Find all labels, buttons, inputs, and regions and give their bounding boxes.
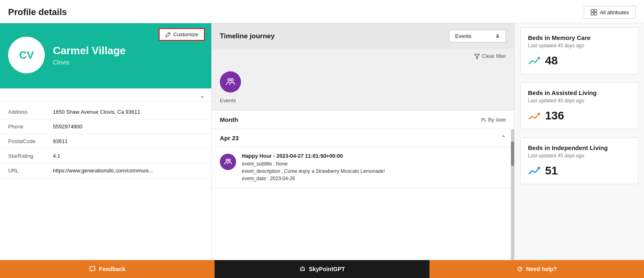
detail-row-address: Address 1650 Shaw Avenue Clovis, Ca 9361…	[0, 105, 211, 119]
svg-marker-4	[475, 54, 480, 59]
chat-icon	[89, 266, 96, 272]
date-header: Apr 23 ⌃	[212, 129, 514, 147]
month-label: Month	[220, 116, 238, 123]
metric-title-2: Beds in Assisted Living	[528, 89, 631, 96]
date-label: Apr 23	[220, 135, 239, 141]
scroll-thumb[interactable]	[511, 141, 514, 166]
clear-filter-button[interactable]: Clear filter	[474, 53, 506, 59]
detail-row-starrating: StarRating 4.1	[0, 149, 211, 163]
profile-location: Clovis	[53, 59, 126, 66]
value-address: 1650 Shaw Avenue Clovis, Ca 93611	[53, 109, 140, 115]
metric-value-1: 48	[545, 54, 558, 67]
sort-icon	[480, 117, 486, 123]
avatar: CV	[8, 37, 45, 73]
value-postalcode: 93611	[53, 138, 68, 144]
page-title: Profile details	[8, 7, 67, 18]
svg-point-11	[228, 159, 230, 161]
label-phone: Phone	[8, 124, 53, 130]
left-panel: CV Carmel Village Clovis Customize ⌄	[0, 23, 212, 278]
trend-up-orange-icon	[528, 109, 541, 122]
label-starrating: StarRating	[8, 153, 53, 159]
svg-point-5	[228, 79, 230, 81]
svg-point-10	[226, 159, 228, 161]
main-content: CV Carmel Village Clovis Customize ⌄	[0, 23, 644, 278]
event-date: event_date : 2023-04-26	[242, 175, 506, 182]
value-starrating: 4.1	[53, 153, 60, 159]
chevron-collapse-icon[interactable]: ⌃	[501, 134, 506, 142]
events-dropdown[interactable]: Events ⤋	[449, 30, 506, 42]
event-people-icon	[224, 158, 232, 166]
detail-list: Address 1650 Shaw Avenue Clovis, Ca 9361…	[0, 101, 211, 181]
pencil-icon	[165, 32, 171, 38]
metric-updated-3: Last updated 45 days ago	[528, 153, 631, 159]
metric-card-assisted-living: Beds in Assisted Living Last updated 45 …	[520, 82, 638, 129]
metric-value-row-2: 136	[528, 109, 631, 122]
collapse-row[interactable]: ⌄	[0, 88, 211, 101]
timeline-title: Timeline journey	[220, 32, 275, 40]
detail-row-url: URL https://www.generationsllc.com/commu…	[0, 163, 211, 178]
right-panel: Beds in Memory Care Last updated 45 days…	[515, 23, 644, 278]
page-container: Profile details All attributes CV Carmel…	[0, 0, 644, 278]
help-button[interactable]: Need help?	[429, 260, 644, 278]
event-detail: Happy Hour - 2023-04-27 11:01:50+00:00 e…	[242, 153, 506, 182]
label-address: Address	[8, 109, 53, 115]
feedback-button[interactable]: Feedback	[0, 260, 215, 278]
filter-icon	[474, 53, 480, 59]
events-label: Events	[220, 97, 236, 104]
event-subtitle: event_subtitle : None	[242, 160, 506, 168]
events-dropdown-value: Events	[455, 33, 471, 39]
events-icon-area: Events	[212, 63, 514, 110]
robot-icon	[299, 266, 306, 272]
profile-name: Carmel Village	[53, 44, 126, 57]
event-small-icon	[220, 154, 236, 170]
svg-point-13	[301, 269, 302, 270]
metric-updated-1: Last updated 45 days ago	[528, 43, 631, 49]
svg-rect-1	[594, 9, 597, 12]
label-url: URL	[8, 168, 53, 174]
metric-card-memory-care: Beds in Memory Care Last updated 45 days…	[520, 27, 638, 74]
timeline-header: Timeline journey Events ⤋	[212, 23, 514, 49]
metric-value-row-1: 48	[528, 54, 631, 67]
label-postalcode: PostalCode	[8, 138, 53, 144]
dropdown-chevron-icon: ⤋	[495, 33, 500, 39]
event-title: Happy Hour - 2023-04-27 11:01:50+00:00	[242, 153, 506, 159]
trend-up-blue-icon	[528, 164, 541, 177]
metric-card-independent-living: Beds in Independent Living Last updated …	[520, 137, 638, 184]
metric-value-row-3: 51	[528, 164, 631, 177]
chevron-down-icon[interactable]: ⌄	[199, 92, 205, 99]
metric-title-3: Beds in Independent Living	[528, 144, 631, 151]
metric-updated-2: Last updated 45 days ago	[528, 98, 631, 104]
svg-point-16	[302, 266, 303, 267]
page-header: Profile details All attributes	[0, 0, 644, 23]
value-url: https://www.generationsllc.com/communi..…	[53, 168, 153, 174]
svg-rect-2	[591, 13, 594, 15]
svg-point-6	[231, 79, 233, 81]
customize-button[interactable]: Customize	[159, 28, 205, 41]
filter-row: Clear filter	[212, 49, 514, 63]
profile-card: CV Carmel Village Clovis Customize	[0, 23, 211, 88]
detail-row-postalcode: PostalCode 93611	[0, 134, 211, 149]
all-attributes-button[interactable]: All attributes	[584, 6, 636, 19]
people-icon	[226, 77, 235, 87]
svg-rect-3	[594, 13, 597, 15]
detail-row-phone: Phone 5592974900	[0, 119, 211, 134]
attributes-icon	[591, 9, 597, 15]
metric-value-3: 51	[545, 164, 558, 177]
trend-up-green-icon	[528, 54, 541, 67]
metric-value-2: 136	[545, 109, 564, 122]
event-section: Apr 23 ⌃ Happy Hour - 2023-04-27 11:01:5…	[212, 129, 514, 278]
svg-rect-0	[591, 9, 594, 12]
middle-panel: Timeline journey Events ⤋ Clear filter	[212, 23, 515, 278]
month-row: Month By date	[212, 110, 514, 129]
bottom-bar: Feedback SkyPointGPT Need help?	[0, 260, 644, 278]
metric-title-1: Beds in Memory Care	[528, 34, 631, 41]
by-date-button[interactable]: By date	[480, 117, 506, 123]
profile-info: Carmel Village Clovis	[53, 44, 126, 66]
skypoint-button[interactable]: SkyPointGPT	[215, 260, 429, 278]
value-phone: 5592974900	[53, 124, 82, 130]
events-circle-icon	[220, 71, 241, 93]
event-card: Happy Hour - 2023-04-27 11:01:50+00:00 e…	[212, 147, 514, 188]
event-description: event_description : Come enjoy a Strawbe…	[242, 168, 506, 175]
headset-icon	[517, 266, 523, 272]
scroll-track[interactable]	[511, 129, 514, 278]
